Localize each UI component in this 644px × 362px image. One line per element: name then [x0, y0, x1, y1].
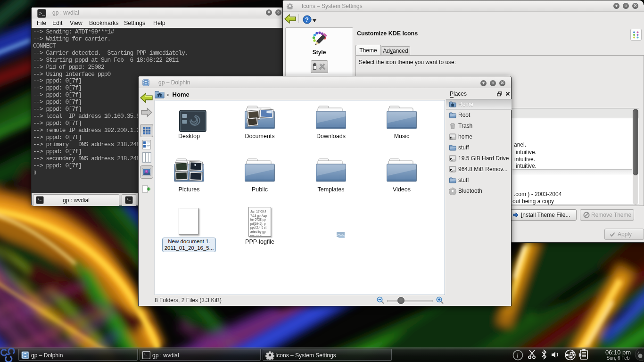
- svg-text:>_: >_: [144, 353, 148, 356]
- svg-text:?: ?: [305, 16, 309, 23]
- svg-text:>_: >_: [127, 197, 131, 201]
- svg-text:>_: >_: [39, 11, 45, 16]
- svg-text:i: i: [517, 352, 519, 359]
